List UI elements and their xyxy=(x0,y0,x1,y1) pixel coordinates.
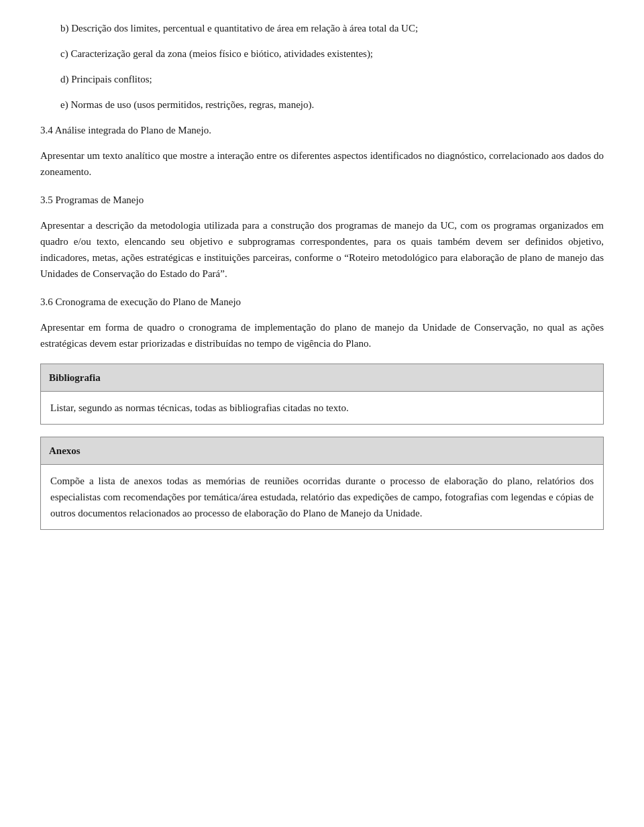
page: b) Descrição dos limites, percentual e q… xyxy=(0,0,644,827)
item-d-text: d) Principais conflitos; xyxy=(60,74,152,85)
section-36-heading-text: 3.6 Cronograma de execução do Plano de M… xyxy=(40,296,241,307)
section-34-heading: 3.4 Análise integrada do Plano de Manejo… xyxy=(40,122,604,138)
section-35-body-text: Apresentar a descrição da metodologia ut… xyxy=(40,220,604,279)
item-d: d) Principais conflitos; xyxy=(60,71,604,87)
bibliography-body: Listar, segundo as normas técnicas, toda… xyxy=(40,391,604,425)
bibliography-section: Bibliografia Listar, segundo as normas t… xyxy=(40,364,604,425)
annexes-heading-text: Anexos xyxy=(49,445,80,456)
section-34-body: Apresentar um texto analítico que mostre… xyxy=(40,148,604,180)
item-b: b) Descrição dos limites, percentual e q… xyxy=(60,20,604,36)
item-e-text: e) Normas de uso (usos permitidos, restr… xyxy=(60,99,314,110)
section-35-heading-text: 3.5 Programas de Manejo xyxy=(40,195,144,205)
section-36-heading: 3.6 Cronograma de execução do Plano de M… xyxy=(40,294,604,310)
section-34-heading-text: 3.4 Análise integrada do Plano de Manejo… xyxy=(40,125,211,135)
annexes-body-text: Compõe a lista de anexos todas as memóri… xyxy=(50,476,594,518)
item-e: e) Normas de uso (usos permitidos, restr… xyxy=(60,97,604,113)
section-34-body-text: Apresentar um texto analítico que mostre… xyxy=(40,150,604,177)
section-36-body-text: Apresentar em forma de quadro o cronogra… xyxy=(40,322,604,349)
item-c: c) Caracterização geral da zona (meios f… xyxy=(60,46,604,62)
annexes-body: Compõe a lista de anexos todas as memóri… xyxy=(40,464,604,530)
bibliography-body-text: Listar, segundo as normas técnicas, toda… xyxy=(50,402,349,413)
item-b-text: b) Descrição dos limites, percentual e q… xyxy=(60,23,418,34)
section-35-body: Apresentar a descrição da metodologia ut… xyxy=(40,217,604,282)
annexes-heading: Anexos xyxy=(40,437,604,464)
bibliography-heading-text: Bibliografia xyxy=(49,372,101,383)
annexes-section: Anexos Compõe a lista de anexos todas as… xyxy=(40,437,604,530)
item-c-text: c) Caracterização geral da zona (meios f… xyxy=(60,48,373,59)
section-36-body: Apresentar em forma de quadro o cronogra… xyxy=(40,319,604,351)
section-35-heading: 3.5 Programas de Manejo xyxy=(40,192,604,208)
bibliography-heading: Bibliografia xyxy=(40,364,604,391)
